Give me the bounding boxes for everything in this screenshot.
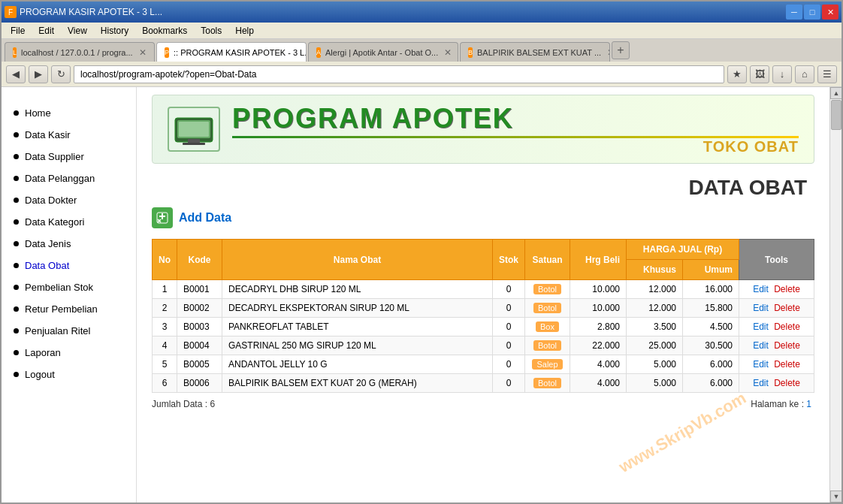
- cell-no: 1: [153, 280, 177, 299]
- add-data-label: Add Data: [179, 211, 231, 225]
- add-data-icon: [152, 207, 173, 228]
- cell-hrg-beli: 4.000: [570, 355, 627, 374]
- cell-hrg-beli: 2.800: [570, 318, 627, 337]
- tab-1[interactable]: L localhost / 127.0.0.1 / progra... ✕: [5, 42, 155, 62]
- new-tab-button[interactable]: +: [612, 41, 630, 59]
- sidebar: Home Data Kasir Data Supplier Data Pelan…: [2, 87, 137, 502]
- add-data-button[interactable]: Add Data: [152, 207, 231, 228]
- close-button[interactable]: ✕: [822, 5, 838, 20]
- maximize-button[interactable]: □: [804, 5, 820, 20]
- tab-favicon-2: P: [165, 47, 169, 58]
- scroll-thumb[interactable]: [831, 100, 841, 130]
- cell-khusus: 5.000: [627, 355, 683, 374]
- th-hrg-beli: Hrg Beli: [570, 240, 627, 280]
- tab-2[interactable]: P :: PROGRAM KASIR APOTEK - 3 L... ✕: [156, 42, 307, 62]
- edit-button-3[interactable]: Edit: [753, 321, 769, 332]
- scroll-track[interactable]: [830, 99, 841, 490]
- edit-button-4[interactable]: Edit: [753, 340, 769, 351]
- screenshot-button[interactable]: 🖼: [750, 65, 769, 83]
- menu-file[interactable]: File: [5, 24, 31, 38]
- bookmark-button[interactable]: ★: [727, 65, 747, 83]
- cell-tools: Edit Delete: [739, 318, 814, 337]
- sidebar-item-logout[interactable]: Logout: [2, 364, 136, 385]
- sidebar-item-data-supplier[interactable]: Data Supplier: [2, 146, 136, 167]
- cell-stok: 0: [492, 318, 524, 337]
- scroll-down[interactable]: ▼: [830, 490, 841, 502]
- header-logo: [168, 107, 220, 152]
- menu-bar: File Edit View History Bookmarks Tools H…: [2, 23, 841, 39]
- edit-button-5[interactable]: Edit: [753, 359, 769, 370]
- sidebar-label-data-jenis: Data Jenis: [25, 238, 71, 249]
- tab-3[interactable]: A Alergi | Apotik Antar - Obat O... ✕: [308, 42, 458, 62]
- menu-edit[interactable]: Edit: [32, 24, 60, 38]
- cell-nama: DECADRYL EKSPEKTORAN SIRUP 120 ML: [222, 299, 493, 318]
- cell-kode: B0004: [177, 337, 222, 355]
- tab-label-4: BALPIRIK BALSEM EXT KUAT ...: [477, 48, 601, 57]
- sidebar-label-home: Home: [25, 107, 51, 119]
- sidebar-label-penjualan-ritel: Penjualan Ritel: [25, 325, 90, 337]
- edit-button-6[interactable]: Edit: [753, 378, 769, 388]
- sidebar-item-data-kategori[interactable]: Data Kategori: [2, 211, 136, 233]
- sidebar-dot: [14, 176, 19, 181]
- sidebar-item-data-kasir[interactable]: Data Kasir: [2, 124, 136, 146]
- cell-satuan: Botol: [525, 374, 570, 393]
- menu-history[interactable]: History: [95, 24, 134, 38]
- delete-button-4[interactable]: Delete: [774, 340, 800, 351]
- home-button[interactable]: ⌂: [795, 65, 814, 83]
- edit-button-1[interactable]: Edit: [753, 284, 769, 294]
- sidebar-dot: [14, 198, 19, 203]
- header-text: PROGRAM APOTEK TOKO OBAT: [232, 103, 799, 155]
- delete-button-2[interactable]: Delete: [774, 303, 800, 313]
- sidebar-item-home[interactable]: Home: [2, 102, 136, 124]
- delete-button-5[interactable]: Delete: [774, 359, 800, 370]
- edit-button-2[interactable]: Edit: [753, 303, 769, 313]
- tab-close-3[interactable]: ✕: [443, 47, 453, 58]
- sidebar-label-data-pelanggan: Data Pelanggan: [25, 173, 95, 184]
- scroll-up[interactable]: ▲: [830, 87, 841, 99]
- back-button[interactable]: ◀: [6, 65, 26, 83]
- sidebar-dot: [14, 110, 19, 116]
- sidebar-item-pembelian-stok[interactable]: Pembelian Stok: [2, 276, 136, 298]
- cell-hrg-beli: 4.000: [570, 374, 627, 393]
- sidebar-item-data-jenis[interactable]: Data Jenis: [2, 233, 136, 255]
- reload-button[interactable]: ↻: [51, 65, 71, 83]
- sidebar-item-retur-pembelian[interactable]: Retur Pembelian: [2, 298, 136, 320]
- table-row: 1 B0001 DECADRYL DHB SIRUP 120 ML 0 Boto…: [153, 280, 814, 299]
- sidebar-item-penjualan-ritel[interactable]: Penjualan Ritel: [2, 320, 136, 342]
- cell-nama: BALPIRIK BALSEM EXT KUAT 20 G (MERAH): [222, 374, 493, 393]
- tab-close-4[interactable]: ✕: [606, 47, 610, 58]
- window-title: PROGRAM KASIR APOTEK - 3 L...: [20, 7, 162, 17]
- sidebar-item-laporan[interactable]: Laporan: [2, 342, 136, 364]
- tab-favicon-4: B: [468, 47, 473, 58]
- cell-stok: 0: [492, 337, 524, 355]
- sidebar-item-data-dokter[interactable]: Data Dokter: [2, 189, 136, 211]
- menu-button[interactable]: ☰: [817, 65, 837, 83]
- delete-button-6[interactable]: Delete: [774, 378, 800, 388]
- menu-help[interactable]: Help: [229, 24, 260, 38]
- sidebar-item-data-obat[interactable]: Data Obat: [2, 255, 136, 276]
- forward-button[interactable]: ▶: [29, 65, 48, 83]
- tab-4[interactable]: B BALPIRIK BALSEM EXT KUAT ... ✕: [460, 42, 610, 62]
- address-input[interactable]: [74, 65, 724, 83]
- cell-no: 3: [153, 318, 177, 337]
- menu-bookmarks[interactable]: Bookmarks: [136, 24, 193, 38]
- delete-button-1[interactable]: Delete: [774, 284, 800, 294]
- tab-close-1[interactable]: ✕: [137, 47, 148, 58]
- sidebar-item-data-pelanggan[interactable]: Data Pelanggan: [2, 167, 136, 189]
- cell-tools: Edit Delete: [739, 280, 814, 299]
- menu-tools[interactable]: Tools: [195, 24, 228, 38]
- cell-hrg-beli: 22.000: [570, 337, 627, 355]
- sidebar-dot: [14, 285, 19, 290]
- download-button[interactable]: ↓: [772, 65, 792, 83]
- sidebar-dot: [14, 219, 19, 225]
- delete-button-3[interactable]: Delete: [774, 321, 800, 332]
- table-row: 5 B0005 ANDANTOL JELLY 10 G 0 Salep 4.00…: [153, 355, 814, 374]
- minimize-button[interactable]: ─: [786, 5, 802, 20]
- sidebar-dot: [14, 154, 19, 159]
- cell-umum: 30.500: [683, 337, 739, 355]
- menu-view[interactable]: View: [62, 24, 93, 38]
- scrollbar: ▲ ▼: [829, 87, 841, 502]
- page-link-1[interactable]: 1: [806, 399, 811, 409]
- th-harga-jual: HARGA JUAL (Rp): [627, 240, 739, 260]
- cell-tools: Edit Delete: [739, 299, 814, 318]
